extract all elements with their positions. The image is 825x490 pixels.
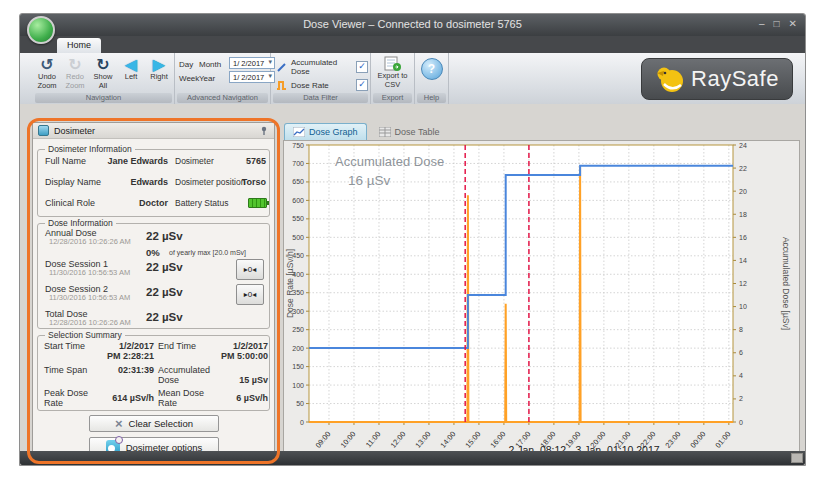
battery-status-label: Battery Status	[175, 198, 228, 208]
dose-graph-icon	[293, 127, 305, 137]
close-button[interactable]: ✕	[789, 18, 797, 29]
group-caption-navigation: Navigation	[35, 93, 172, 103]
svg-text:15:00: 15:00	[463, 430, 482, 450]
reset-dose-session-2-button[interactable]: ▸0◂	[236, 284, 264, 305]
accumulated-dose-icon	[276, 62, 287, 73]
svg-text:23:00: 23:00	[663, 430, 682, 450]
svg-text:8: 8	[739, 326, 743, 333]
ribbon-group-advanced-navigation: Day Month Week Year 1/ 2/2017 1/ 2/2017 …	[175, 53, 271, 104]
show-all-icon: ↻	[96, 56, 109, 73]
maximize-button[interactable]: □	[774, 18, 780, 29]
full-name-label: Full Name	[45, 156, 86, 166]
clinical-role-label: Clinical Role	[45, 198, 95, 208]
export-csv-button[interactable]: Export to CSV	[373, 56, 413, 89]
month-button[interactable]: Month	[199, 60, 225, 69]
svg-text:18: 18	[739, 211, 747, 218]
svg-text:0: 0	[300, 419, 304, 426]
display-name-value: Edwards	[93, 177, 168, 187]
resize-grip[interactable]	[791, 453, 803, 463]
app-icon[interactable]	[27, 16, 55, 44]
tab-dose-graph[interactable]: Dose Graph	[284, 123, 367, 140]
accumulated-dose-checkbox[interactable]: ✓	[356, 61, 368, 73]
window-title: Dose Viewer – Connected to dosimeter 576…	[20, 18, 805, 30]
chart-region: 0501001502002503003504004505005506006507…	[283, 140, 800, 462]
annual-dose-percent-note: of yearly max [20.0 mSv]	[169, 249, 246, 256]
title-bar: Dose Viewer – Connected to dosimeter 576…	[20, 14, 805, 36]
svg-text:Accumulated Dose: Accumulated Dose	[335, 154, 444, 169]
svg-text:20: 20	[739, 188, 747, 195]
selection-summary-group: Selection Summary Start Time 1/2/2017 PM…	[37, 335, 270, 411]
dose-information-group: Dose Information Annual Dose 12/28/2016 …	[37, 223, 270, 329]
dosimeter-value: 5765	[198, 156, 266, 166]
minimize-button[interactable]: –	[759, 18, 765, 29]
time-span-cell: Time Span 02:31:39	[44, 365, 154, 375]
arrow-right-icon: ▶	[153, 56, 165, 73]
dose-session-1-date: 11/30/2016 10:56:53 AM	[49, 268, 130, 277]
selection-summary-caption: Selection Summary	[45, 330, 125, 340]
dose-rate-icon	[276, 80, 287, 91]
ribbon-tab-row: Home	[20, 36, 805, 53]
svg-text:700: 700	[292, 160, 304, 167]
dose-rate-filter-label: Dose Rate	[291, 81, 352, 90]
dosimeter-panel-title: Dosimeter	[54, 126, 254, 136]
redo-zoom-button[interactable]: ↻ Redo Zoom	[62, 56, 89, 90]
graph-tabs: Dose Graph Dose Table	[284, 123, 448, 140]
show-all-button[interactable]: ↻ Show All	[90, 56, 117, 90]
svg-text:50: 50	[296, 400, 304, 407]
svg-text:14:00: 14:00	[439, 430, 458, 450]
tab-dose-table[interactable]: Dose Table	[370, 123, 449, 140]
total-dose-value: 22 µSv	[146, 311, 183, 323]
annual-dose-value: 22 µSv	[146, 230, 183, 242]
start-time-cell: Start Time 1/2/2017 PM 2:28:21	[44, 341, 154, 361]
pan-left-button[interactable]: ◀ Left	[118, 56, 145, 82]
info-row: Full Name Jane Edwards Dosimeter 5765	[38, 152, 269, 172]
battery-icon	[248, 198, 267, 208]
ribbon-group-help: ? Help	[415, 53, 449, 104]
dose-chart[interactable]: 0501001502002503003504004505005506006507…	[284, 141, 799, 461]
dose-rate-checkbox[interactable]: ✓	[356, 79, 368, 91]
end-date-picker[interactable]: 1/ 2/2017	[229, 71, 275, 83]
ribbon-group-data-filter: Accumulated Dose ✓ Dose Rate ✓ Data Filt…	[271, 53, 371, 104]
dose-session-2-value: 22 µSv	[146, 286, 183, 298]
svg-text:4: 4	[739, 372, 743, 379]
svg-text:550: 550	[292, 215, 304, 222]
accumulated-dose-filter-label: Accumulated Dose	[291, 58, 352, 76]
year-button[interactable]: Year	[199, 74, 225, 83]
svg-text:22: 22	[739, 165, 747, 172]
raysafe-wordmark: RaySafe	[691, 66, 779, 92]
total-dose-date: 12/28/2016 10:26:26 AM	[49, 318, 131, 327]
help-button[interactable]: ?	[421, 58, 443, 80]
main-area: Dosimeter Dosimeter Information Full Nam…	[20, 104, 805, 451]
group-caption-export: Export	[373, 93, 412, 103]
svg-text:10: 10	[739, 303, 747, 310]
clear-selection-button[interactable]: × Clear Selection	[89, 415, 219, 432]
tab-home[interactable]: Home	[57, 38, 101, 53]
clinical-role-value: Doctor	[93, 198, 168, 208]
svg-text:16:00: 16:00	[488, 430, 507, 450]
svg-text:13:00: 13:00	[414, 430, 433, 450]
ribbon: ↺ Undo Zoom ↻ Redo Zoom ↻ Show All ◀ Lef…	[20, 53, 805, 105]
svg-text:16 µSv: 16 µSv	[348, 173, 391, 188]
week-button[interactable]: Week	[179, 74, 199, 83]
start-date-picker[interactable]: 1/ 2/2017	[229, 57, 275, 69]
svg-text:6: 6	[739, 349, 743, 356]
pin-icon[interactable]	[259, 126, 269, 136]
undo-zoom-button[interactable]: ↺ Undo Zoom	[34, 56, 61, 90]
status-bar	[20, 451, 805, 465]
day-button[interactable]: Day	[179, 60, 199, 69]
svg-text:100: 100	[292, 382, 304, 389]
svg-text:750: 750	[292, 142, 304, 149]
svg-text:200: 200	[292, 345, 304, 352]
svg-text:12: 12	[739, 280, 747, 287]
clear-selection-icon: ×	[115, 417, 123, 430]
reset-dose-session-1-button[interactable]: ▸0◂	[236, 259, 264, 280]
arrow-left-icon: ◀	[125, 56, 137, 73]
svg-text:650: 650	[292, 178, 304, 185]
app-window: Dose Viewer – Connected to dosimeter 576…	[19, 13, 806, 466]
annual-dose-percent: 0%	[146, 247, 160, 258]
svg-text:00:00: 00:00	[688, 430, 707, 450]
mean-dose-rate-cell: Mean Dose Rate 6 µSv/h	[158, 388, 268, 408]
pan-right-button[interactable]: ▶ Right	[146, 56, 173, 82]
dosimeter-information-group: Dosimeter Information Full Name Jane Edw…	[37, 149, 270, 217]
svg-text:09:00: 09:00	[314, 430, 333, 450]
